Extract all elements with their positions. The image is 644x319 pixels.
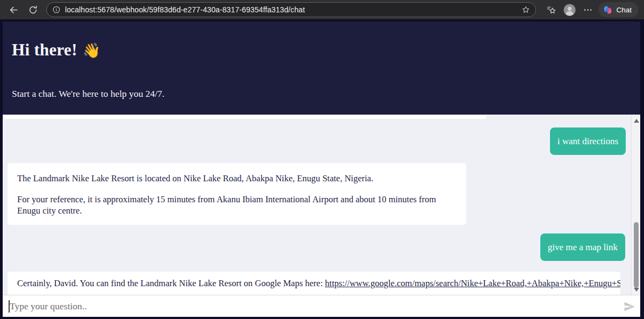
refresh-icon bbox=[28, 5, 38, 15]
messages-list: i want directions The Landmark Nike Lake… bbox=[3, 115, 640, 295]
user-message: give me a map link bbox=[540, 233, 625, 261]
url-text[interactable]: localhost:5678/webhook/59f83d6d-e277-430… bbox=[65, 5, 517, 14]
bookmark-star-icon[interactable] bbox=[522, 5, 530, 14]
refresh-button[interactable] bbox=[25, 2, 41, 18]
down-arrow-icon bbox=[634, 288, 639, 292]
ellipsis-icon bbox=[583, 5, 593, 15]
chat-subtitle: Start a chat. We're here to help you 24/… bbox=[12, 88, 640, 100]
question-input[interactable] bbox=[3, 295, 640, 317]
scrollbar-up-button[interactable] bbox=[632, 117, 640, 124]
scrollbar-down-button[interactable] bbox=[632, 286, 640, 293]
send-icon bbox=[623, 300, 636, 313]
bot-message: Certainly, David. You can find the Landm… bbox=[8, 272, 620, 295]
chat-page: Hi there!👋 Start a chat. We're here to h… bbox=[0, 19, 644, 319]
site-info-icon[interactable] bbox=[52, 5, 61, 14]
chat-scrollbar[interactable] bbox=[631, 115, 640, 295]
up-arrow-icon bbox=[634, 119, 639, 123]
copilot-chat-label: Chat bbox=[616, 6, 632, 14]
chat-input-bar bbox=[3, 295, 640, 317]
browser-toolbar: localhost:5678/webhook/59f83d6d-e277-430… bbox=[0, 0, 644, 19]
bot-message-paragraph: For your reference, it is approximately … bbox=[17, 194, 457, 216]
more-menu-button[interactable] bbox=[580, 2, 595, 17]
chat-title: Hi there!👋 bbox=[12, 40, 640, 60]
favorites-icon bbox=[546, 5, 556, 15]
wave-emoji: 👋 bbox=[83, 42, 101, 59]
copilot-chat-button[interactable]: Chat bbox=[598, 2, 639, 17]
text-caret bbox=[9, 300, 10, 313]
user-message: i want directions bbox=[550, 127, 626, 155]
address-bar[interactable]: localhost:5678/webhook/59f83d6d-e277-430… bbox=[46, 2, 536, 17]
chat-header: Hi there!👋 Start a chat. We're here to h… bbox=[3, 22, 640, 115]
bot-message-paragraph: The Landmark Nike Lake Resort is located… bbox=[17, 173, 457, 184]
google-maps-link[interactable]: https://www.google.com/maps/search/Nike+… bbox=[325, 278, 620, 288]
back-button[interactable] bbox=[5, 2, 21, 18]
copilot-icon bbox=[603, 5, 612, 15]
profile-avatar-icon bbox=[563, 4, 576, 16]
bot-message-text: Certainly, David. You can find the Landm… bbox=[17, 278, 325, 288]
scrollbar-thumb[interactable] bbox=[634, 222, 639, 288]
partial-scrolled-message bbox=[4, 116, 486, 119]
favorites-button[interactable] bbox=[544, 2, 559, 17]
send-button[interactable] bbox=[623, 300, 636, 313]
bot-message: The Landmark Nike Lake Resort is located… bbox=[8, 163, 466, 225]
back-arrow-icon bbox=[9, 5, 19, 15]
profile-button[interactable] bbox=[562, 2, 577, 17]
